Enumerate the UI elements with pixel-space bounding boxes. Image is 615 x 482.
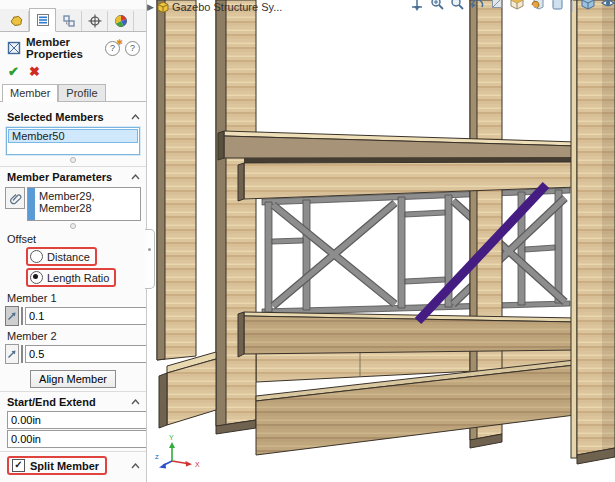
split-member-header[interactable]: ✓ Split Member — [0, 452, 146, 477]
view-orientation-icon[interactable] — [410, 0, 425, 12]
parameters-color-bar — [28, 188, 35, 220]
solidworks-window: Member Properties ?✱ ? ✔ ✖ Member Profil… — [0, 0, 615, 482]
length-ratio-radio-annotation: Length Ratio — [26, 268, 116, 287]
z-axis-arrow — [159, 463, 166, 469]
corner-board — [159, 352, 216, 428]
features-icon — [9, 14, 23, 28]
extend-start-input[interactable] — [7, 411, 147, 429]
member2-label: Member 2 — [0, 326, 146, 343]
member2-flip-button[interactable] — [5, 344, 19, 364]
manager-tab-bar — [0, 9, 146, 32]
eye-icon[interactable] — [601, 0, 615, 12]
panel-flyout-handle[interactable] — [145, 229, 155, 289]
split-member-checkbox[interactable]: ✓ — [12, 459, 25, 472]
split-member-label: Split Member — [30, 460, 99, 472]
section-view-icon[interactable] — [490, 0, 505, 12]
list-item[interactable]: Member50 — [8, 129, 138, 143]
split-member-annotation: ✓ Split Member — [7, 456, 107, 475]
member1-color-swatch — [21, 307, 23, 325]
member1-flip-button[interactable] — [5, 306, 19, 326]
x-axis-arrow — [186, 461, 193, 467]
arrow-ne-icon — [6, 348, 18, 360]
parameters-value: Member29, Member28 — [35, 188, 140, 220]
gazebo-3d-model[interactable]: X Y Z — [155, 0, 615, 482]
assembly-icon — [157, 1, 169, 13]
configuration-tab[interactable] — [56, 11, 82, 31]
member-parameters-header[interactable]: Member Parameters — [0, 167, 146, 185]
graphics-viewport[interactable]: ▶ Gazebo Structure Sy... — [147, 0, 615, 482]
member1-ratio-input[interactable] — [25, 307, 147, 325]
length-ratio-radio-label: Length Ratio — [47, 272, 109, 284]
view-cube-icon[interactable] — [580, 0, 596, 12]
toolbar-separator — [572, 0, 573, 12]
start-end-extend-header[interactable]: Start/End Extend — [0, 392, 146, 410]
configuration-icon — [62, 14, 76, 28]
length-ratio-radio[interactable] — [30, 271, 43, 284]
member-parameters-list[interactable]: Member29, Member28 — [27, 187, 141, 221]
cancel-x-icon[interactable]: ✖ — [29, 64, 40, 79]
whats-new-help-icon[interactable]: ?✱ — [105, 41, 120, 56]
origin-triad: X Y Z — [155, 434, 200, 469]
selected-members-header[interactable]: Selected Members — [0, 107, 146, 125]
y-axis-label: Y — [169, 434, 174, 441]
help-icon[interactable]: ? — [125, 41, 140, 56]
distance-radio-label: Distance — [47, 251, 90, 263]
offset-label: Offset — [0, 229, 146, 246]
right-post — [571, 0, 615, 464]
member2-color-swatch — [21, 345, 23, 363]
collapse-chevron-icon[interactable] — [131, 463, 140, 469]
left-post-a — [157, 0, 196, 360]
tab-profile[interactable]: Profile — [58, 84, 105, 101]
tree-expand-icon[interactable]: ▶ — [147, 2, 154, 12]
arrow-ne-icon — [6, 310, 18, 322]
member-properties-icon — [7, 41, 21, 55]
ok-check-icon[interactable]: ✔ — [8, 64, 19, 79]
property-manager-icon — [36, 13, 50, 27]
z-axis-label: Z — [155, 454, 159, 460]
features-tab[interactable] — [3, 11, 29, 31]
align-member-button[interactable]: Align Member — [30, 370, 116, 388]
member2-ratio-input[interactable] — [25, 345, 147, 363]
based-on-label: Based On: — [0, 477, 146, 482]
feature-tree-root[interactable]: ▶ Gazebo Structure Sy... — [147, 1, 282, 13]
paperclip-icon — [9, 192, 22, 205]
y-axis-arrow — [169, 442, 175, 448]
property-manager-tab[interactable] — [29, 8, 56, 32]
tab-member[interactable]: Member — [2, 84, 58, 102]
page-title: Member Properties — [26, 36, 100, 60]
link-members-button[interactable] — [5, 187, 25, 209]
member1-label: Member 1 — [0, 288, 146, 305]
color-wheel-icon — [114, 14, 128, 28]
resize-grip[interactable] — [70, 157, 76, 163]
property-manager-panel: Member Properties ?✱ ? ✔ ✖ Member Profil… — [0, 0, 147, 482]
target-icon — [88, 14, 102, 28]
bottom-rail — [238, 312, 577, 357]
collapse-chevron-icon[interactable] — [131, 399, 140, 405]
distance-radio[interactable] — [30, 250, 43, 263]
heads-up-toolbar — [410, 0, 615, 12]
feature-tree-label[interactable]: Gazebo Structure Sy... — [172, 1, 282, 13]
edit-appearance-icon[interactable] — [550, 0, 565, 12]
wood-structure — [157, 0, 577, 455]
zoom-to-area-icon[interactable] — [450, 0, 465, 12]
x-axis-label: X — [195, 461, 200, 468]
distance-radio-annotation: Distance — [26, 247, 97, 266]
previous-view-icon[interactable] — [470, 0, 485, 12]
selected-members-list[interactable]: Member50 — [6, 127, 140, 155]
collapse-chevron-icon[interactable] — [131, 114, 140, 120]
display-manager-tab[interactable] — [108, 11, 134, 31]
left-post-b — [216, 0, 256, 434]
collapse-chevron-icon[interactable] — [131, 174, 140, 180]
dimxpert-tab[interactable] — [82, 11, 108, 31]
zoom-to-fit-icon[interactable] — [430, 0, 445, 12]
display-style-icon[interactable] — [510, 0, 525, 12]
extend-end-input[interactable] — [7, 430, 147, 448]
hide-show-items-icon[interactable] — [530, 0, 545, 12]
